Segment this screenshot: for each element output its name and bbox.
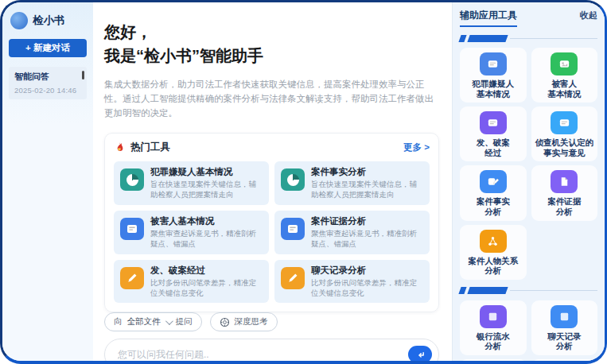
auxiliary-tools-panel: 辅助应用工具 收起 犯罪嫌疑人 基本情况 被害人 基本情况 发 [452, 2, 605, 361]
app-description: 集成大数据分析，助力司法工作者快速获取关键信息，提高案件处理效率与公正性。通过人… [104, 78, 439, 120]
tool-card-case-evidence-analysis[interactable]: 案件证据分析 聚焦审查起诉意见书，精准剖析疑点、错漏点 [274, 211, 430, 254]
main-content: 您好， 我是“检小书”智能助手 集成大数据分析，助力司法工作者快速获取关键信息，… [93, 2, 452, 361]
message-input-bar [104, 339, 439, 364]
panel-tool-case-evidence-analysis[interactable]: 案件证据 分析 [531, 165, 598, 220]
pie-chart-icon [120, 168, 144, 191]
panel-title: 辅助应用工具 [460, 9, 517, 27]
tools-grid-documents: 犯罪嫌疑人 基本情况 被害人 基本情况 发、破案 经过 侦查机关认定的 事实与意… [460, 48, 597, 280]
tool-card-case-discovery-process[interactable]: 发、破案经过 比对多份讯问笔录差异，精准定位关键信息变化 [114, 260, 269, 304]
sidebar: 检小书 + 新建对话 智能问答 2025-02-20 14:46 [2, 2, 93, 361]
panel-tool-label: 侦查机关认定的 事实与意见 [535, 137, 594, 157]
tool-card-desc: 比对多份讯问笔录差异，精准定位关键信息变化 [311, 278, 423, 299]
history-item-title: 智能问答 [14, 71, 81, 83]
document-icon [281, 218, 305, 240]
app-title: 检小书 [33, 14, 65, 28]
panel-tool-label: 聊天记录 分析 [547, 331, 581, 351]
victim-info-icon [551, 52, 578, 76]
enter-arrow-icon [415, 350, 426, 360]
panel-tool-case-discovery-process[interactable]: 发、破案 经过 [460, 106, 527, 161]
message-input[interactable] [118, 349, 408, 360]
collapse-button[interactable]: 收起 [580, 10, 597, 21]
document-icon [120, 218, 144, 240]
panel-tool-suspect-basic-info[interactable]: 犯罪嫌疑人 基本情况 [460, 48, 527, 103]
tool-card-title: 案件证据分析 [311, 215, 423, 227]
new-chat-button[interactable]: + 新建对话 [9, 39, 87, 57]
tool-card-case-fact-analysis[interactable]: 案件事实分析 旨在快速呈现案件关键信息，辅助检察人员把握案情走向 [274, 161, 430, 205]
bank-statement-icon [480, 305, 507, 328]
pencil-icon [120, 267, 144, 289]
panel-tool-victim-basic-info[interactable]: 被害人 基本情况 [531, 48, 598, 103]
greeting-heading: 您好， 我是“检小书”智能助手 [104, 20, 439, 68]
case-fact-icon [480, 170, 507, 193]
scope-prefix: 向 [114, 316, 123, 327]
panel-tool-person-relation-analysis[interactable]: 案件人物关系 分析 [460, 225, 527, 280]
panel-tool-transcript-compare[interactable]: 笔录比对 [460, 359, 527, 361]
panel-tool-chat-record-analysis[interactable]: 聊天记录 分析 [531, 300, 598, 355]
suspect-info-icon [480, 52, 507, 76]
tool-card-title: 发、破案经过 [150, 265, 263, 277]
deep-think-label: 深度思考 [235, 316, 268, 327]
tool-card-desc: 比对多份讯问笔录差异，精准定位关键信息变化 [150, 278, 263, 299]
history-item-date: 2025-02-20 14:46 [14, 86, 81, 95]
logo-row: 检小书 [9, 12, 87, 29]
panel-tool-label: 案件证据 分析 [547, 196, 581, 216]
panel-tool-case-fact-analysis[interactable]: 案件事实 分析 [460, 165, 527, 220]
tools-grid-records: 银行流水 分析 聊天记录 分析 笔录比对 通话清单 [460, 300, 597, 361]
hot-tools-section: 热门工具 更多 > 犯罪嫌疑人基本情况 旨在快速呈现案件关键信息，辅助检察人员把… [104, 133, 439, 312]
tool-card-desc: 聚焦审查起诉意见书，精准剖析疑点、错漏点 [311, 229, 423, 250]
person-relation-icon [480, 230, 507, 253]
ask-scope-selector[interactable]: 向 全部文件 提问 [104, 312, 202, 331]
investigation-opinion-icon [551, 111, 578, 134]
panel-tool-bank-statement-analysis[interactable]: 银行流水 分析 [460, 300, 527, 355]
hot-tools-header: 热门工具 更多 > [114, 141, 430, 154]
app-window: 检小书 + 新建对话 智能问答 2025-02-20 14:46 您好， 我是“… [0, 0, 607, 364]
tool-card-suspect-basic-info[interactable]: 犯罪嫌疑人基本情况 旨在快速呈现案件关键信息，辅助检察人员把握案情走向 [114, 161, 269, 205]
tool-card-title: 被害人基本情况 [150, 215, 263, 227]
panel-tool-label: 被害人 基本情况 [547, 79, 581, 99]
panel-tool-label: 案件人物关系 分析 [468, 256, 518, 276]
tool-card-victim-basic-info[interactable]: 被害人基本情况 聚焦审查起诉意见书，精准剖析疑点、错漏点 [114, 211, 269, 254]
tool-card-desc: 聚焦审查起诉意见书，精准剖析疑点、错漏点 [150, 229, 263, 250]
greeting-line1: 您好， [104, 20, 439, 44]
tool-card-chat-record-analysis[interactable]: 聊天记录分析 比对多份讯问笔录差异，精准定位关键信息变化 [274, 260, 430, 304]
section-divider [460, 287, 597, 295]
pie-chart-icon [281, 168, 305, 191]
panel-tool-label: 案件事实 分析 [477, 196, 510, 216]
scope-value: 全部文件 [127, 316, 161, 327]
panel-tool-investigation-opinion[interactable]: 侦查机关认定的 事实与意见 [531, 106, 598, 161]
tool-card-title: 犯罪嫌疑人基本情况 [150, 166, 263, 178]
flame-icon [114, 141, 126, 153]
panel-tool-call-list[interactable]: 通话清单 [531, 359, 598, 361]
tool-card-title: 案件事实分析 [311, 166, 423, 178]
tool-card-desc: 旨在快速呈现案件关键信息，辅助检察人员把握案情走向 [150, 180, 263, 200]
greeting-line2: 我是“检小书”智能助手 [104, 44, 439, 68]
pencil-icon [281, 267, 305, 289]
history-item[interactable]: 智能问答 2025-02-20 14:46 [9, 67, 87, 99]
deep-think-icon [220, 317, 230, 327]
section-divider [460, 34, 597, 42]
hot-tools-grid: 犯罪嫌疑人基本情况 旨在快速呈现案件关键信息，辅助检察人员把握案情走向 案件事实… [114, 161, 430, 303]
tool-card-desc: 旨在快速呈现案件关键信息，辅助检察人员把握案情走向 [311, 180, 423, 200]
deep-think-toggle[interactable]: 深度思考 [210, 312, 278, 331]
send-button[interactable] [408, 346, 432, 363]
composer: 向 全部文件 提问 深度思考 [104, 312, 439, 364]
sidebar-scrollbar[interactable] [82, 71, 84, 79]
scope-suffix: 提问 [176, 316, 193, 327]
panel-tool-label: 犯罪嫌疑人 基本情况 [473, 79, 515, 99]
app-logo-icon [10, 12, 28, 29]
panel-tool-label: 银行流水 分析 [477, 331, 510, 351]
chevron-down-icon [165, 317, 173, 325]
panel-tool-label: 发、破案 经过 [477, 137, 510, 157]
case-evidence-icon [551, 170, 578, 193]
more-tools-link[interactable]: 更多 > [403, 141, 430, 153]
case-process-icon [480, 111, 507, 134]
chat-record-icon [551, 305, 578, 328]
tool-card-title: 聊天记录分析 [311, 265, 423, 277]
hot-tools-title: 热门工具 [130, 141, 170, 154]
